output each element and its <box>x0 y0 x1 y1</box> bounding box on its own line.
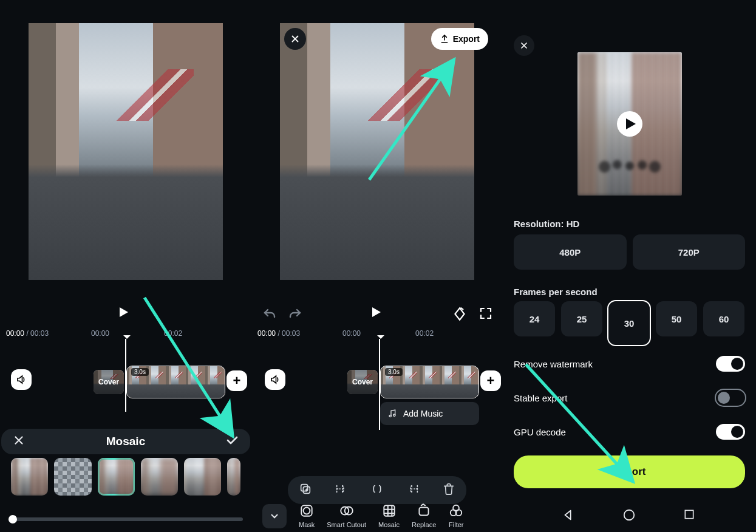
keyframe-button[interactable] <box>452 306 468 322</box>
timeline-position: 00:00 / 00:03 <box>6 329 49 338</box>
close-button[interactable] <box>284 28 306 50</box>
resolution-label: Resolution: HD <box>514 219 579 229</box>
timeline-ruler: 00:00 00:02 <box>342 329 497 338</box>
duplicate-icon <box>299 482 312 496</box>
export-button[interactable]: Export <box>431 28 488 50</box>
add-clip-button[interactable]: + <box>226 370 247 391</box>
panel-mosaic-picker: 00:00 / 00:03 00:00 00:02 Cover 3.0s + M… <box>0 21 251 532</box>
toggle-remove-watermark: Remove watermark <box>514 355 745 373</box>
mute-button[interactable] <box>11 369 32 390</box>
mosaic-style-item[interactable] <box>227 458 240 496</box>
split-left-icon <box>335 482 348 496</box>
mosaic-style-item-selected[interactable] <box>98 458 135 496</box>
mosaic-title: Mosaic <box>1 435 250 448</box>
collapse-tools-button[interactable] <box>262 504 287 528</box>
switch-stable-export[interactable] <box>716 390 745 406</box>
tool-mosaic[interactable]: Mosaic <box>378 503 400 528</box>
trash-icon <box>442 482 455 496</box>
tool-replace[interactable]: Replace <box>412 503 436 528</box>
nav-back-button[interactable] <box>562 508 575 522</box>
upload-icon <box>440 34 449 44</box>
fps-option[interactable]: 60 <box>703 301 744 336</box>
keyframe-icon <box>452 306 468 322</box>
circle-home-icon <box>622 508 636 522</box>
fps-label: Frames per second <box>514 287 598 297</box>
mosaic-titlebar: Mosaic <box>1 429 250 454</box>
mosaic-style-item[interactable] <box>11 458 48 496</box>
mosaic-intensity-slider[interactable] <box>9 517 243 521</box>
filter-icon <box>448 503 464 519</box>
preview-video[interactable] <box>29 23 223 280</box>
fullscreen-button[interactable] <box>478 306 494 322</box>
triangle-back-icon <box>562 508 575 522</box>
close-icon <box>290 33 301 44</box>
current-time: 00:00 <box>6 329 24 338</box>
resolution-option[interactable]: 480P <box>514 234 627 270</box>
svg-rect-9 <box>420 508 429 516</box>
square-recents-icon <box>683 508 695 520</box>
add-music-label: Add Music <box>403 409 443 418</box>
undo-icon <box>262 307 277 322</box>
preview-video[interactable] <box>280 23 474 280</box>
close-icon <box>519 41 529 50</box>
fps-option[interactable]: 25 <box>561 301 602 336</box>
svg-point-5 <box>304 508 310 514</box>
mosaic-style-list <box>11 458 240 496</box>
toggle-gpu-decode: GPU decode <box>514 423 745 441</box>
cutout-icon <box>339 503 355 519</box>
mask-icon <box>299 503 315 519</box>
tool-filter[interactable]: Filter <box>448 503 464 528</box>
play-button[interactable] <box>120 307 134 322</box>
export-confirm-button[interactable]: Export <box>514 455 745 488</box>
clip-duration-badge: 3.0s <box>385 368 403 376</box>
add-clip-button[interactable]: + <box>480 370 501 391</box>
export-preview[interactable] <box>577 52 682 196</box>
svg-point-13 <box>624 510 635 520</box>
play-button[interactable] <box>372 307 387 322</box>
svg-point-1 <box>393 414 395 416</box>
timeline-ruler: 00:00 00:02 <box>91 329 245 338</box>
speaker-icon <box>16 374 27 385</box>
panel-editor-with-export-pill: Export 00:00 / 00:03 00:00 00:02 <box>251 21 503 532</box>
effect-tool-bar: Mask Smart Cutout Mosaic Replace Filter <box>262 494 497 528</box>
set-cover-button[interactable]: Cover <box>94 370 124 394</box>
chevron-down-icon <box>269 511 280 522</box>
mosaic-style-item[interactable] <box>141 458 178 496</box>
close-button[interactable] <box>514 35 534 56</box>
fullscreen-icon <box>478 306 493 321</box>
mosaic-icon <box>381 503 397 519</box>
nav-home-button[interactable] <box>622 508 636 522</box>
fps-option[interactable]: 50 <box>656 301 697 336</box>
redo-icon <box>288 307 302 322</box>
export-label: Export <box>453 34 480 44</box>
switch-remove-watermark[interactable] <box>716 356 745 372</box>
svg-point-0 <box>389 415 391 417</box>
timeline-position: 00:00 / 00:03 <box>257 329 300 338</box>
redo-button[interactable] <box>288 307 302 326</box>
clip-duration-badge: 3.0s <box>131 368 149 376</box>
undo-button[interactable] <box>262 307 277 326</box>
slider-thumb[interactable] <box>9 515 17 523</box>
panel-export-settings: Resolution: HD 480P 720P Frames per seco… <box>503 21 756 532</box>
android-nav-bar <box>538 504 720 526</box>
tool-mask[interactable]: Mask <box>299 503 315 528</box>
speaker-icon <box>270 374 281 385</box>
add-music-button[interactable]: Add Music <box>380 402 479 425</box>
nav-recents-button[interactable] <box>683 508 696 522</box>
set-cover-button[interactable]: Cover <box>347 370 378 394</box>
mosaic-style-item[interactable] <box>54 458 91 496</box>
toggle-stable-export: Stable export <box>514 389 745 407</box>
fps-option-selected[interactable]: 30 <box>608 301 650 345</box>
resolution-option[interactable]: 720P <box>633 234 746 270</box>
replace-icon <box>416 503 432 519</box>
music-note-icon <box>387 409 397 418</box>
switch-gpu-decode[interactable] <box>716 424 745 440</box>
mosaic-style-item[interactable] <box>184 458 221 496</box>
mute-button[interactable] <box>265 369 285 390</box>
play-button[interactable] <box>617 111 642 137</box>
fps-option[interactable]: 24 <box>514 301 555 336</box>
svg-rect-8 <box>384 505 394 516</box>
total-time: 00:03 <box>30 329 49 338</box>
tool-smart-cutout[interactable]: Smart Cutout <box>327 503 366 528</box>
split-icon <box>370 482 384 496</box>
